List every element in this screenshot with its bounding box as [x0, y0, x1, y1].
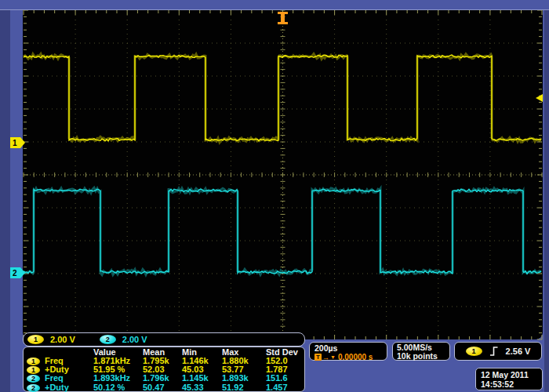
bezel-right — [544, 0, 549, 392]
timebase-scale: 200µs — [314, 343, 387, 353]
arrow-down-icon: ▼ — [330, 354, 336, 360]
channel2-badge: 2 — [100, 335, 116, 344]
channel-scale-bar: 1 2.00 V 2 2.00 V — [23, 332, 305, 347]
datetime-readout: 12 May 2011 14:53:52 — [475, 368, 543, 390]
trigger-readout: 1 2.56 V — [454, 342, 542, 361]
measurement-table: Value Mean Min Max Std Dev 1 Freq1.871kH… — [23, 347, 305, 392]
timebase-t-icon: T — [314, 354, 322, 361]
channel2-scale: 2.00 V — [122, 335, 147, 344]
record-length: 10k points — [397, 352, 449, 361]
topbar-divider — [0, 9, 549, 10]
channel2-badge: 2 — [27, 384, 40, 392]
table-row: 2 Freq1.893kHz 1.796k1.145k 1.893k151.6 — [27, 374, 304, 383]
trigger-point-t-icon — [278, 12, 288, 24]
date-label: 12 May 2011 — [481, 370, 542, 379]
trigger-position-value: 0.00000 s — [338, 353, 373, 361]
channel1-scale: 2.00 V — [50, 335, 75, 344]
bezel-left — [0, 0, 10, 392]
rising-edge-icon — [489, 346, 499, 357]
channel1-badge: 1 — [27, 358, 40, 365]
table-row: 2 +Duty50.12 % 50.4745.33 51.921.457 — [27, 383, 304, 392]
trigger-level-value: 2.56 V — [506, 347, 531, 356]
arrow-right-icon: → — [322, 354, 329, 361]
oscilloscope-screen: Tek Stop 1 2 1 2.00 V 2 2.00 V Value Mea… — [0, 0, 549, 392]
timebase-readout: 200µs T → ▼ 0.00000 s — [309, 342, 387, 361]
channel1-badge: 1 — [27, 366, 40, 374]
trigger-source-badge: 1 — [466, 347, 482, 356]
trigger-position-readout: T → ▼ 0.00000 s — [314, 353, 387, 361]
waveform-display-area — [23, 10, 543, 339]
acquisition-readout: 5.00MS/s 10k points — [392, 342, 450, 361]
time-label: 14:53:52 — [481, 379, 542, 389]
channel2-badge: 2 — [27, 375, 40, 383]
channel1-badge: 1 — [27, 335, 44, 344]
